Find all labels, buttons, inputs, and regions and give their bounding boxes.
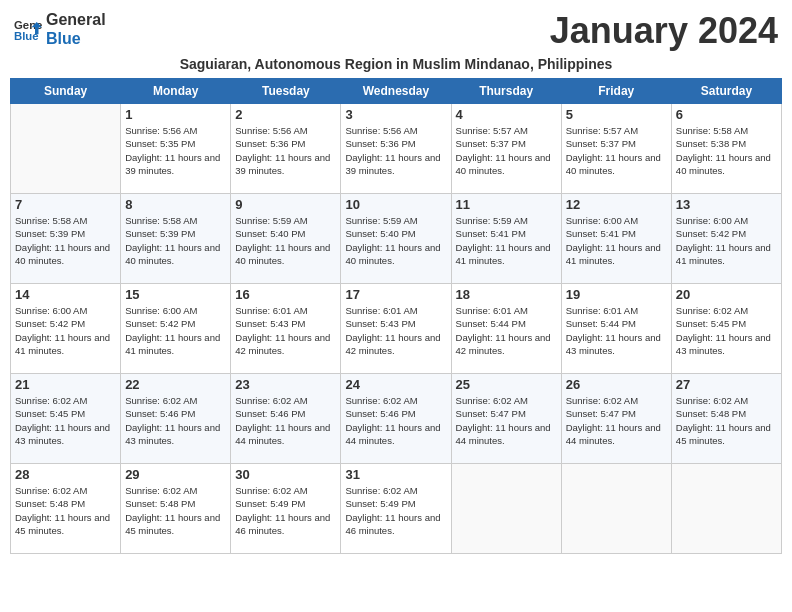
day-number: 8 — [125, 197, 226, 212]
calendar-week: 21Sunrise: 6:02 AM Sunset: 5:45 PM Dayli… — [11, 374, 782, 464]
calendar-cell — [451, 464, 561, 554]
calendar-cell: 17Sunrise: 6:01 AM Sunset: 5:43 PM Dayli… — [341, 284, 451, 374]
calendar-cell: 31Sunrise: 6:02 AM Sunset: 5:49 PM Dayli… — [341, 464, 451, 554]
calendar-cell: 26Sunrise: 6:02 AM Sunset: 5:47 PM Dayli… — [561, 374, 671, 464]
calendar-cell: 20Sunrise: 6:02 AM Sunset: 5:45 PM Dayli… — [671, 284, 781, 374]
day-info: Sunrise: 6:02 AM Sunset: 5:45 PM Dayligh… — [15, 394, 116, 447]
subtitle: Saguiaran, Autonomous Region in Muslim M… — [10, 56, 782, 72]
day-info: Sunrise: 6:00 AM Sunset: 5:42 PM Dayligh… — [676, 214, 777, 267]
calendar-cell: 3Sunrise: 5:56 AM Sunset: 5:36 PM Daylig… — [341, 104, 451, 194]
day-number: 28 — [15, 467, 116, 482]
day-number: 20 — [676, 287, 777, 302]
day-number: 24 — [345, 377, 446, 392]
day-info: Sunrise: 6:01 AM Sunset: 5:43 PM Dayligh… — [235, 304, 336, 357]
day-info: Sunrise: 5:58 AM Sunset: 5:39 PM Dayligh… — [15, 214, 116, 267]
day-info: Sunrise: 5:56 AM Sunset: 5:35 PM Dayligh… — [125, 124, 226, 177]
day-info: Sunrise: 6:02 AM Sunset: 5:46 PM Dayligh… — [125, 394, 226, 447]
weekday-header-cell: Saturday — [671, 79, 781, 104]
day-info: Sunrise: 5:58 AM Sunset: 5:39 PM Dayligh… — [125, 214, 226, 267]
day-info: Sunrise: 5:58 AM Sunset: 5:38 PM Dayligh… — [676, 124, 777, 177]
weekday-header-cell: Monday — [121, 79, 231, 104]
day-info: Sunrise: 6:02 AM Sunset: 5:48 PM Dayligh… — [15, 484, 116, 537]
day-number: 9 — [235, 197, 336, 212]
calendar-cell: 15Sunrise: 6:00 AM Sunset: 5:42 PM Dayli… — [121, 284, 231, 374]
day-info: Sunrise: 5:57 AM Sunset: 5:37 PM Dayligh… — [456, 124, 557, 177]
calendar-cell: 5Sunrise: 5:57 AM Sunset: 5:37 PM Daylig… — [561, 104, 671, 194]
day-number: 10 — [345, 197, 446, 212]
day-number: 27 — [676, 377, 777, 392]
day-number: 16 — [235, 287, 336, 302]
calendar-cell: 30Sunrise: 6:02 AM Sunset: 5:49 PM Dayli… — [231, 464, 341, 554]
day-number: 7 — [15, 197, 116, 212]
weekday-header-cell: Tuesday — [231, 79, 341, 104]
month-title: January 2024 — [550, 10, 778, 52]
calendar-cell: 18Sunrise: 6:01 AM Sunset: 5:44 PM Dayli… — [451, 284, 561, 374]
weekday-header: SundayMondayTuesdayWednesdayThursdayFrid… — [11, 79, 782, 104]
svg-text:Blue: Blue — [14, 30, 39, 42]
day-info: Sunrise: 6:02 AM Sunset: 5:48 PM Dayligh… — [676, 394, 777, 447]
day-info: Sunrise: 6:02 AM Sunset: 5:46 PM Dayligh… — [345, 394, 446, 447]
day-number: 1 — [125, 107, 226, 122]
weekday-header-cell: Wednesday — [341, 79, 451, 104]
calendar-week: 28Sunrise: 6:02 AM Sunset: 5:48 PM Dayli… — [11, 464, 782, 554]
day-number: 4 — [456, 107, 557, 122]
day-info: Sunrise: 5:57 AM Sunset: 5:37 PM Dayligh… — [566, 124, 667, 177]
day-number: 23 — [235, 377, 336, 392]
calendar-cell: 28Sunrise: 6:02 AM Sunset: 5:48 PM Dayli… — [11, 464, 121, 554]
day-info: Sunrise: 5:59 AM Sunset: 5:40 PM Dayligh… — [345, 214, 446, 267]
calendar-cell: 19Sunrise: 6:01 AM Sunset: 5:44 PM Dayli… — [561, 284, 671, 374]
calendar-cell: 4Sunrise: 5:57 AM Sunset: 5:37 PM Daylig… — [451, 104, 561, 194]
calendar-cell: 24Sunrise: 6:02 AM Sunset: 5:46 PM Dayli… — [341, 374, 451, 464]
weekday-header-cell: Sunday — [11, 79, 121, 104]
calendar-cell: 23Sunrise: 6:02 AM Sunset: 5:46 PM Dayli… — [231, 374, 341, 464]
header: General Blue General Blue January 2024 — [10, 10, 782, 52]
day-number: 14 — [15, 287, 116, 302]
calendar-cell: 11Sunrise: 5:59 AM Sunset: 5:41 PM Dayli… — [451, 194, 561, 284]
calendar-table: SundayMondayTuesdayWednesdayThursdayFrid… — [10, 78, 782, 554]
calendar-week: 14Sunrise: 6:00 AM Sunset: 5:42 PM Dayli… — [11, 284, 782, 374]
day-number: 21 — [15, 377, 116, 392]
calendar-cell: 7Sunrise: 5:58 AM Sunset: 5:39 PM Daylig… — [11, 194, 121, 284]
calendar-cell: 29Sunrise: 6:02 AM Sunset: 5:48 PM Dayli… — [121, 464, 231, 554]
day-info: Sunrise: 5:56 AM Sunset: 5:36 PM Dayligh… — [345, 124, 446, 177]
day-info: Sunrise: 6:02 AM Sunset: 5:49 PM Dayligh… — [345, 484, 446, 537]
day-number: 11 — [456, 197, 557, 212]
day-info: Sunrise: 6:02 AM Sunset: 5:47 PM Dayligh… — [566, 394, 667, 447]
day-number: 6 — [676, 107, 777, 122]
calendar-cell: 2Sunrise: 5:56 AM Sunset: 5:36 PM Daylig… — [231, 104, 341, 194]
day-info: Sunrise: 5:59 AM Sunset: 5:41 PM Dayligh… — [456, 214, 557, 267]
day-info: Sunrise: 6:02 AM Sunset: 5:45 PM Dayligh… — [676, 304, 777, 357]
day-info: Sunrise: 6:02 AM Sunset: 5:46 PM Dayligh… — [235, 394, 336, 447]
calendar-cell: 21Sunrise: 6:02 AM Sunset: 5:45 PM Dayli… — [11, 374, 121, 464]
day-number: 22 — [125, 377, 226, 392]
calendar-week: 7Sunrise: 5:58 AM Sunset: 5:39 PM Daylig… — [11, 194, 782, 284]
day-info: Sunrise: 6:01 AM Sunset: 5:43 PM Dayligh… — [345, 304, 446, 357]
calendar-cell: 12Sunrise: 6:00 AM Sunset: 5:41 PM Dayli… — [561, 194, 671, 284]
day-number: 18 — [456, 287, 557, 302]
logo-icon: General Blue — [14, 15, 42, 43]
day-info: Sunrise: 5:56 AM Sunset: 5:36 PM Dayligh… — [235, 124, 336, 177]
day-info: Sunrise: 6:01 AM Sunset: 5:44 PM Dayligh… — [456, 304, 557, 357]
calendar-cell — [561, 464, 671, 554]
day-number: 15 — [125, 287, 226, 302]
logo-line2: Blue — [46, 29, 106, 48]
day-info: Sunrise: 6:02 AM Sunset: 5:48 PM Dayligh… — [125, 484, 226, 537]
day-info: Sunrise: 6:00 AM Sunset: 5:41 PM Dayligh… — [566, 214, 667, 267]
day-info: Sunrise: 6:00 AM Sunset: 5:42 PM Dayligh… — [15, 304, 116, 357]
day-number: 17 — [345, 287, 446, 302]
calendar-cell: 22Sunrise: 6:02 AM Sunset: 5:46 PM Dayli… — [121, 374, 231, 464]
day-number: 19 — [566, 287, 667, 302]
day-info: Sunrise: 6:02 AM Sunset: 5:49 PM Dayligh… — [235, 484, 336, 537]
day-info: Sunrise: 6:02 AM Sunset: 5:47 PM Dayligh… — [456, 394, 557, 447]
logo: General Blue General Blue — [14, 10, 106, 48]
day-number: 25 — [456, 377, 557, 392]
calendar-body: 1Sunrise: 5:56 AM Sunset: 5:35 PM Daylig… — [11, 104, 782, 554]
calendar-cell: 14Sunrise: 6:00 AM Sunset: 5:42 PM Dayli… — [11, 284, 121, 374]
calendar-cell: 9Sunrise: 5:59 AM Sunset: 5:40 PM Daylig… — [231, 194, 341, 284]
day-number: 26 — [566, 377, 667, 392]
day-number: 12 — [566, 197, 667, 212]
calendar-cell — [11, 104, 121, 194]
weekday-header-cell: Thursday — [451, 79, 561, 104]
day-info: Sunrise: 6:01 AM Sunset: 5:44 PM Dayligh… — [566, 304, 667, 357]
day-number: 30 — [235, 467, 336, 482]
